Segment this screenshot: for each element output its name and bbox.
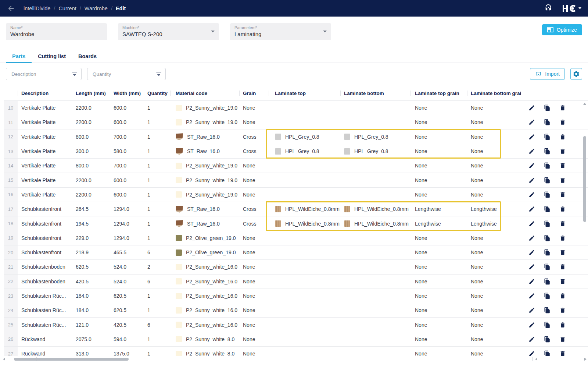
delete-row-button[interactable] [559,293,566,299]
table-row-14[interactable]: 14Vertikale Platte800.0700.01P2_Sunny_wh… [4,159,588,173]
horizontal-scrollbar-thumb[interactable] [14,358,129,361]
duplicate-row-button[interactable] [544,263,551,270]
table-row-19[interactable]: 19Schubkastenfront229.01294.01P2_Olive_g… [4,231,588,245]
duplicate-row-button[interactable] [544,148,551,155]
scroll-left-arrow-icon[interactable] [535,358,537,361]
table-row-20[interactable]: 20Schubkastenfront218.9465.56P2_Olive_gr… [4,245,588,260]
duplicate-row-button[interactable] [544,307,551,314]
vertical-scrollbar[interactable] [582,101,587,363]
duplicate-row-button[interactable] [544,249,551,256]
column-header-grain[interactable]: Grain [239,91,269,96]
table-row-13[interactable]: 13Vertikale Platte300.0580.01ST_Raw_16.0… [4,144,588,159]
table-row-22[interactable]: 22Schubkastenboden420.5524.06P2_Sunny_wh… [4,275,588,289]
edit-row-button[interactable] [528,293,535,299]
table-row-17[interactable]: 17Schubkastenfront264.51294.01ST_Raw_16.… [4,202,588,216]
delete-row-button[interactable] [559,177,566,184]
table-row-11[interactable]: 11Vertikale Platte2200.0600.01P2_Sunny_w… [4,115,588,130]
delete-row-button[interactable] [559,148,566,155]
delete-row-button[interactable] [559,105,566,111]
column-header-lambot[interactable]: Laminate bottom [340,91,410,96]
back-button[interactable] [7,4,15,13]
edit-row-button[interactable] [528,119,535,125]
column-header-ltg[interactable]: Laminate top grain [410,91,467,96]
account-menu-button[interactable] [563,5,581,12]
table-row-24[interactable]: 24Schubkasten Rüc...184.0620.51P2_Sunny_… [4,303,588,318]
edit-row-button[interactable] [528,235,535,241]
table-row-18[interactable]: 18Schubkastenfront194.51294.01ST_Raw_16.… [4,216,588,231]
table-row-25[interactable]: 25Schubkasten Rüc...121.0420.56P2_Sunny_… [4,318,588,332]
breadcrumb-current[interactable]: Current [58,6,76,11]
duplicate-row-button[interactable] [544,336,551,343]
tab-parts[interactable]: Parts [6,50,32,63]
duplicate-row-button[interactable] [544,293,551,299]
edit-row-button[interactable] [528,278,535,285]
delete-row-button[interactable] [559,249,566,256]
support-button[interactable] [544,4,552,13]
table-row-23[interactable]: 23Schubkasten Rüc...184.0620.51P2_Sunny_… [4,289,588,303]
delete-row-button[interactable] [559,278,566,285]
scroll-up-arrow-icon[interactable] [583,103,586,105]
parameters-select[interactable]: Parameters* Laminating [230,23,331,40]
duplicate-row-button[interactable] [544,278,551,285]
delete-row-button[interactable] [559,206,566,212]
delete-row-button[interactable] [559,220,566,227]
duplicate-row-button[interactable] [544,119,551,125]
delete-row-button[interactable] [559,134,566,140]
filter-icon[interactable] [155,71,162,78]
delete-row-button[interactable] [559,235,566,241]
edit-row-button[interactable] [528,220,535,227]
edit-row-button[interactable] [528,336,535,343]
scroll-right-arrow-icon[interactable] [584,358,587,361]
vertical-scrollbar-thumb[interactable] [583,136,586,222]
description-filter-input[interactable] [11,71,69,77]
edit-row-button[interactable] [528,263,535,270]
edit-row-button[interactable] [528,206,535,212]
column-header-lamtop[interactable]: Laminate top [269,91,340,96]
duplicate-row-button[interactable] [544,322,551,328]
delete-row-button[interactable] [559,162,566,169]
import-button[interactable]: Import [530,68,565,80]
column-header-len[interactable]: Length (mm) [70,91,108,96]
edit-row-button[interactable] [528,249,535,256]
duplicate-row-button[interactable] [544,191,551,198]
optimize-button[interactable]: Optimize [542,24,582,35]
edit-row-button[interactable] [528,191,535,198]
table-row-16[interactable]: 16Vertikale Platte2200.0600.01P2_Sunny_w… [4,188,588,202]
edit-row-button[interactable] [528,105,535,111]
table-row-10[interactable]: 10Vertikale Platte2200.0600.01P2_Sunny_w… [4,101,588,115]
duplicate-row-button[interactable] [544,235,551,241]
breadcrumb-job[interactable]: Wardrobe [85,6,108,11]
edit-row-button[interactable] [528,177,535,184]
delete-row-button[interactable] [559,263,566,270]
edit-row-button[interactable] [528,307,535,314]
delete-row-button[interactable] [559,322,566,328]
column-header-wid[interactable]: Width (mm) [108,91,144,96]
duplicate-row-button[interactable] [544,220,551,227]
edit-row-button[interactable] [528,322,535,328]
delete-row-button[interactable] [559,119,566,125]
breadcrumb-app[interactable]: intelliDivide [24,6,50,11]
delete-row-button[interactable] [559,336,566,343]
filter-icon[interactable] [71,71,78,78]
column-header-mat[interactable]: Material code [170,91,239,96]
name-field[interactable]: Name* Wardrobe [6,23,107,40]
horizontal-scrollbar[interactable] [0,356,588,362]
description-filter[interactable] [6,68,82,80]
tab-boards[interactable]: Boards [72,50,103,63]
column-header-qty[interactable]: Quantity [144,91,170,96]
duplicate-row-button[interactable] [544,134,551,140]
column-header-lbg[interactable]: Laminate bottom grain [467,91,521,96]
tab-cutting-list[interactable]: Cutting list [32,50,72,63]
delete-row-button[interactable] [559,191,566,198]
column-header-desc[interactable]: Description [18,91,70,96]
duplicate-row-button[interactable] [544,206,551,212]
table-row-26[interactable]: 26Rückwand2075.0594.01P2_Sunny_white_8.0… [4,332,588,347]
table-row-12[interactable]: 12Vertikale Platte800.0700.01ST_Raw_16.0… [4,130,588,144]
duplicate-row-button[interactable] [544,177,551,184]
settings-button[interactable] [570,68,582,80]
duplicate-row-button[interactable] [544,105,551,111]
edit-row-button[interactable] [528,162,535,169]
delete-row-button[interactable] [559,307,566,314]
table-row-15[interactable]: 15Vertikale Platte2200.0600.01P2_Sunny_w… [4,173,588,187]
duplicate-row-button[interactable] [544,162,551,169]
